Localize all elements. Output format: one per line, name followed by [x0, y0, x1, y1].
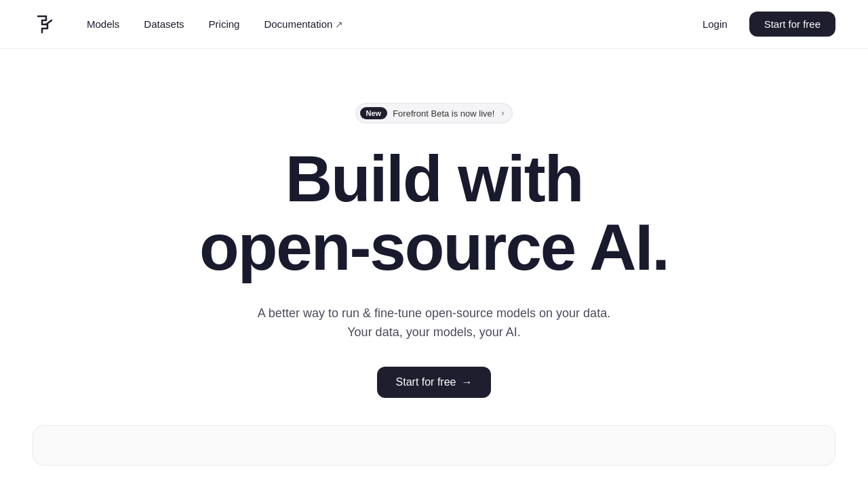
nav-left: Models Datasets Pricing Documentation ↗: [33, 12, 343, 37]
start-for-free-button[interactable]: Start for free: [749, 12, 835, 37]
badge-chevron-icon: ›: [501, 108, 504, 118]
hero-cta-arrow-icon: →: [461, 376, 472, 388]
external-link-icon: ↗: [335, 19, 343, 30]
bottom-card: [33, 425, 835, 466]
login-button[interactable]: Login: [692, 13, 738, 35]
hero-cta-label: Start for free: [396, 376, 456, 388]
announcement-badge[interactable]: New Forefront Beta is now live! ›: [355, 103, 513, 123]
badge-text: Forefront Beta is now live!: [393, 108, 494, 119]
logo-icon: [33, 12, 57, 37]
logo-link[interactable]: [33, 12, 57, 37]
hero-section: New Forefront Beta is now live! › Build …: [0, 49, 868, 398]
nav-right: Login Start for free: [692, 12, 835, 37]
nav-pricing[interactable]: Pricing: [209, 18, 240, 30]
nav-models[interactable]: Models: [87, 18, 119, 30]
hero-subtitle: A better way to run & fine-tune open-sou…: [258, 304, 610, 343]
nav-datasets[interactable]: Datasets: [144, 18, 184, 30]
nav-documentation[interactable]: Documentation ↗: [264, 18, 343, 30]
badge-new-label: New: [360, 107, 388, 119]
navbar: Models Datasets Pricing Documentation ↗ …: [0, 0, 868, 49]
hero-title: Build with open-source AI.: [199, 145, 669, 282]
hero-cta-button[interactable]: Start for free →: [377, 367, 492, 398]
